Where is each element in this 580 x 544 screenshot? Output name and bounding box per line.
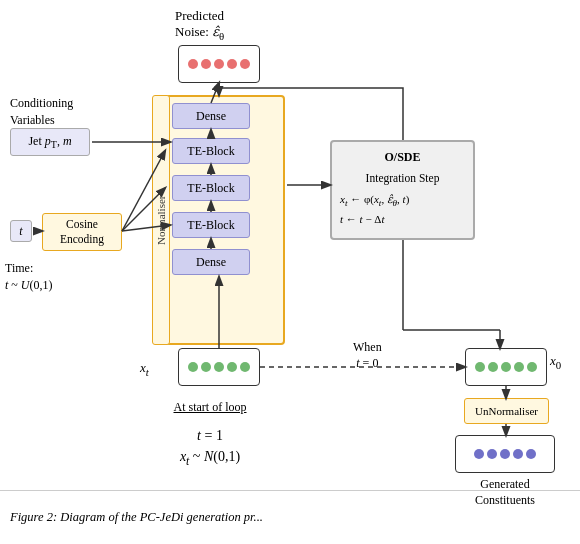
gen-dot-3 — [500, 449, 510, 459]
xt-dot-5 — [240, 362, 250, 372]
x0-dot-3 — [501, 362, 511, 372]
ode-subtitle: Integration Step — [340, 170, 465, 187]
xt-dot-2 — [201, 362, 211, 372]
te-block-3-label: TE-Block — [187, 218, 234, 233]
te-block-3: TE-Block — [172, 212, 250, 238]
te-block-1-label: TE-Block — [187, 144, 234, 159]
gen-dot-4 — [513, 449, 523, 459]
normaliser-strip: Normaliser — [152, 95, 170, 345]
predicted-line1: Predicted — [175, 8, 224, 24]
ode-eq2: t ← t − Δt — [340, 211, 465, 228]
xt-dot-4 — [227, 362, 237, 372]
gen-dot-2 — [487, 449, 497, 459]
caption-text: Figure 2: Diagram of the PC-JeDi generat… — [10, 510, 263, 525]
diagram-area: Predicted Noise: ε̂θ Normaliser Dense TE… — [0, 0, 580, 490]
x0-box — [465, 348, 547, 386]
predicted-noise-box — [178, 45, 260, 83]
jet-box: Jet pT, m — [10, 128, 90, 156]
noise-dot-2 — [201, 59, 211, 69]
predicted-noise-label: Predicted Noise: ε̂θ — [175, 8, 224, 42]
dense-top-box: Dense — [172, 103, 250, 129]
gen-dot-1 — [474, 449, 484, 459]
t-input-box: t — [10, 220, 32, 242]
x0-dot-4 — [514, 362, 524, 372]
noise-dot-5 — [240, 59, 250, 69]
loop-label: At start of loop — [145, 400, 275, 415]
noise-dot-3 — [214, 59, 224, 69]
unnormaliser-label: UnNormaliser — [475, 405, 538, 417]
xt-dot-3 — [214, 362, 224, 372]
xt-dot-1 — [188, 362, 198, 372]
caption-area: Figure 2: Diagram of the PC-JeDi generat… — [0, 490, 580, 544]
dense-bottom-box: Dense — [172, 249, 250, 275]
ode-title: O/SDE — [340, 148, 465, 166]
jet-label: Jet pT, m — [28, 134, 71, 150]
ode-sde-box: O/SDE Integration Step xt ← φ(xt, ε̂θ, t… — [330, 140, 475, 240]
te-block-1: TE-Block — [172, 138, 250, 164]
dense-bottom-label: Dense — [196, 255, 226, 270]
unnormaliser-box: UnNormaliser — [464, 398, 549, 424]
when-t0-label: Whent = 0 — [353, 340, 382, 371]
xt-box — [178, 348, 260, 386]
time-label: Time:t ~ U(0,1) — [5, 260, 53, 294]
x0-dot-2 — [488, 362, 498, 372]
te-block-2-label: TE-Block — [187, 181, 234, 196]
normaliser-label: Normaliser — [155, 195, 167, 244]
cosine-encoding-box: CosineEncoding — [42, 213, 122, 251]
dense-top-label: Dense — [196, 109, 226, 124]
cosine-encoding-label: CosineEncoding — [60, 217, 104, 247]
te-block-2: TE-Block — [172, 175, 250, 201]
noise-dot-4 — [227, 59, 237, 69]
x0-label: x0 — [550, 353, 561, 371]
ode-eq1: xt ← φ(xt, ε̂θ, t) — [340, 191, 465, 211]
generated-box — [455, 435, 555, 473]
noise-dot-1 — [188, 59, 198, 69]
xt-subscript-label: xt — [140, 360, 149, 378]
predicted-line2: Noise: ε̂θ — [175, 24, 224, 43]
gen-dot-5 — [526, 449, 536, 459]
t-input-label: t — [19, 224, 22, 239]
x0-dot-5 — [527, 362, 537, 372]
bottom-equation-label: t = 1xt ~ N(0,1) — [130, 425, 290, 470]
x0-dot-1 — [475, 362, 485, 372]
conditioning-label: ConditioningVariables — [10, 95, 73, 129]
